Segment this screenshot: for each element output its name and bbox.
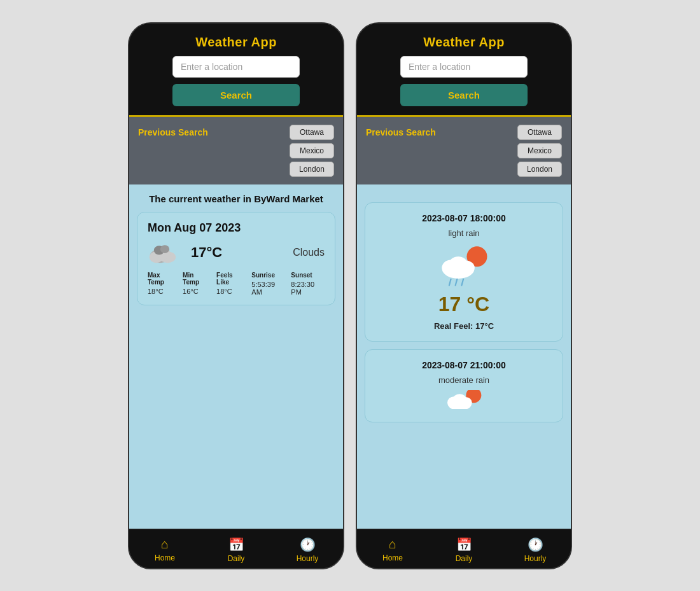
- header-2: Weather App Search: [357, 24, 571, 117]
- prev-search-bar-1: Previous Search Ottawa Mexico London: [129, 117, 343, 184]
- prev-search-label-1: Previous Search: [138, 125, 208, 137]
- detail-feels: Feels Like 18°C: [216, 272, 245, 296]
- svg-line-13: [461, 279, 463, 285]
- search-button-2[interactable]: Search: [400, 84, 528, 106]
- svg-line-11: [449, 279, 451, 285]
- hourly-icon-1: 🕐: [300, 537, 316, 552]
- home-icon-2: ⌂: [389, 537, 396, 552]
- bottom-nav-1: ⌂ Home 📅 Daily 🕐 Hourly: [129, 529, 343, 568]
- nav-daily-2[interactable]: 📅 Daily: [428, 534, 500, 566]
- weather-desc-1: Clouds: [293, 247, 325, 258]
- prev-btn-london-1[interactable]: London: [290, 162, 334, 177]
- hourly-card-1: 2023-08-07 18:00:00 light rain 17 °C Rea…: [365, 202, 563, 342]
- nav-daily-label-2: Daily: [456, 554, 473, 563]
- prev-btn-ottawa-1[interactable]: Ottawa: [290, 125, 334, 140]
- hourly-time-2: 2023-08-07 21:00:00: [422, 360, 506, 370]
- main-content-1: The current weather in ByWard Market Mon…: [129, 184, 343, 529]
- rain-cloud-icon-1: [438, 243, 489, 288]
- daily-icon-2: 📅: [456, 537, 472, 552]
- weather-title-1: The current weather in ByWard Market: [137, 193, 335, 204]
- prev-search-label-2: Previous Search: [366, 125, 436, 137]
- cloud-icon-1: [148, 241, 182, 264]
- hourly-desc-2: moderate rain: [438, 375, 489, 385]
- nav-home-2[interactable]: ⌂ Home: [357, 534, 428, 566]
- weather-date-1: Mon Aug 07 2023: [148, 221, 325, 235]
- app-title-1: Weather App: [195, 35, 277, 50]
- hourly-desc-1: light rain: [448, 228, 479, 238]
- detail-max-temp: Max Temp 18°C: [148, 272, 176, 296]
- phone-2: Weather App Search Previous Search Ottaw…: [356, 22, 572, 569]
- daily-icon-1: 📅: [228, 537, 244, 552]
- search-button-1[interactable]: Search: [172, 84, 300, 106]
- prev-btn-mexico-1[interactable]: Mexico: [290, 143, 334, 158]
- prev-btn-london-2[interactable]: London: [517, 162, 562, 177]
- prev-btn-mexico-2[interactable]: Mexico: [517, 143, 562, 158]
- prev-search-bar-2: Previous Search Ottawa Mexico London: [357, 117, 571, 184]
- nav-daily-label-1: Daily: [228, 554, 245, 563]
- hourly-feel-1: Real Feel: 17°C: [434, 321, 494, 331]
- hourly-card-2: 2023-08-07 21:00:00 moderate rain: [365, 349, 563, 422]
- nav-home-label-1: Home: [155, 553, 175, 562]
- svg-point-18: [453, 394, 466, 405]
- weather-card-1: Mon Aug 07 2023 17°C Clouds Max Temp 18°…: [137, 212, 335, 305]
- detail-min-temp: Min Temp 16°C: [183, 272, 210, 296]
- bottom-nav-2: ⌂ Home 📅 Daily 🕐 Hourly: [357, 529, 571, 568]
- header-1: Weather App Search: [129, 24, 343, 117]
- prev-buttons-1: Ottawa Mexico London: [290, 125, 334, 177]
- nav-hourly-2[interactable]: 🕐 Hourly: [500, 534, 571, 566]
- svg-line-12: [456, 279, 458, 285]
- prev-buttons-2: Ottawa Mexico London: [517, 125, 562, 177]
- weather-main-row-1: 17°C Clouds: [148, 241, 325, 264]
- weather-details-1: Max Temp 18°C Min Temp 16°C Feels Like 1…: [148, 272, 325, 296]
- svg-point-5: [160, 245, 169, 253]
- nav-hourly-1[interactable]: 🕐 Hourly: [272, 534, 343, 566]
- nav-home-label-2: Home: [382, 553, 403, 562]
- app-title-2: Weather App: [423, 35, 505, 50]
- hourly-icon-2: 🕐: [528, 537, 543, 552]
- detail-sunset: Sunset 8:23:30 PM: [291, 272, 325, 296]
- weather-temp-1: 17°C: [191, 244, 222, 261]
- svg-point-10: [449, 256, 467, 271]
- main-content-2: 2023-08-07 18:00:00 light rain 17 °C Rea…: [357, 184, 571, 529]
- hourly-temp-1: 17 °C: [438, 293, 489, 316]
- home-icon-1: ⌂: [161, 537, 169, 552]
- hourly-time-1: 2023-08-07 18:00:00: [422, 213, 506, 223]
- search-input-1[interactable]: [172, 56, 300, 78]
- rain-cloud-icon-2: [445, 390, 483, 409]
- prev-btn-ottawa-2[interactable]: Ottawa: [517, 125, 562, 140]
- phone-1: Weather App Search Previous Search Ottaw…: [128, 22, 344, 569]
- nav-home-1[interactable]: ⌂ Home: [129, 534, 200, 566]
- detail-sunrise: Sunrise 5:53:39 AM: [251, 272, 284, 296]
- nav-hourly-label-2: Hourly: [524, 554, 547, 563]
- nav-hourly-label-1: Hourly: [297, 554, 319, 563]
- search-input-2[interactable]: [400, 56, 528, 78]
- nav-daily-1[interactable]: 📅 Daily: [200, 534, 272, 566]
